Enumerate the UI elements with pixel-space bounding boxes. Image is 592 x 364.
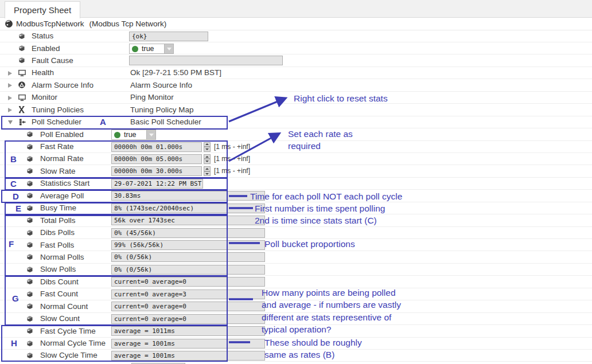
property-row-total-polls[interactable]: Total Polls56k over 1743sec [0, 214, 592, 226]
cube-icon [26, 351, 34, 362]
property-value-field[interactable] [129, 56, 283, 65]
property-row-fault-cause[interactable]: Fault Cause [0, 54, 592, 66]
property-row-statistics-start[interactable]: Statistics Start29-07-2021 12:22 PM BST [0, 178, 592, 190]
property-row-fast-polls[interactable]: Fast Polls99% (56k/56k) [0, 239, 592, 251]
property-row-tuning-policies[interactable]: Tuning PoliciesTuning Policy Map [0, 104, 592, 116]
cube-icon [26, 241, 34, 251]
property-label: Slow Cycle Time [40, 351, 98, 359]
property-row-slow-cycle-time[interactable]: Slow Cycle Timeaverage = 1001ms [0, 350, 592, 362]
property-label: Busy Time [40, 203, 76, 212]
property-row-dibs-polls[interactable]: Dibs Polls0% (45/56k) [0, 227, 592, 239]
cube-icon [26, 216, 34, 226]
property-label: Statistics Start [40, 179, 89, 187]
property-value-field[interactable]: 00000h 00m 30.000s [111, 166, 202, 176]
cube-icon [26, 179, 34, 190]
dropdown-selected-value: true [124, 131, 137, 139]
property-row-health[interactable]: HealthOk [29-7-21 5:50 PM BST] [0, 67, 592, 79]
expand-arrow-icon[interactable] [8, 71, 12, 76]
property-label: Fault Cause [32, 56, 73, 65]
property-row-fast-rate[interactable]: Fast Rate00000h 00m 01.000s[1 ms - +inf] [0, 141, 592, 153]
property-value-field[interactable]: 00000h 00m 05.000s [111, 154, 202, 164]
cube-icon [26, 229, 34, 239]
cube-icon [18, 56, 26, 66]
cube-icon [26, 290, 34, 300]
property-value-field[interactable]: 99% (56k/56k) [111, 240, 265, 250]
property-value-field[interactable]: 0% (0/56k) [111, 265, 265, 275]
property-row-enabled[interactable]: Enabledtrue [0, 42, 592, 54]
property-label: Fast Rate [40, 142, 74, 151]
property-label: Status [32, 32, 53, 40]
dropdown-arrow-button[interactable] [147, 130, 156, 140]
property-value-field[interactable]: 56k over 1743sec [111, 216, 265, 225]
dropdown-selected-value: true [142, 45, 154, 53]
network-globe-icon [5, 19, 13, 30]
property-row-alarm-source-info[interactable]: Alarm Source InfoAlarm Source Info [0, 79, 592, 91]
property-row-slow-rate[interactable]: Slow Rate00000h 00m 30.000s[1 ms - +inf] [0, 165, 592, 177]
property-label: Alarm Source Info [32, 81, 94, 89]
property-value-field[interactable]: average = 1001ms [111, 351, 265, 361]
property-value-field[interactable]: current=0 average=0 [111, 277, 265, 287]
property-value-field[interactable]: 30.83ms [111, 191, 265, 201]
property-sheet-screen: Property Sheet ModbusTcpNetwork (Modbus … [0, 0, 592, 364]
property-label: Enabled [32, 44, 60, 53]
property-value-field[interactable]: current=0 average=0 [111, 302, 265, 311]
property-row-slow-count[interactable]: Slow Countcurrent=0 average=0 [0, 313, 592, 325]
property-value-field[interactable]: {ok} [129, 32, 208, 41]
property-value-field[interactable]: 0% (45/56k) [111, 228, 265, 238]
property-row-partial[interactable] [0, 362, 592, 364]
property-label: Normal Count [40, 302, 88, 311]
tab-bar: Property Sheet [0, 0, 592, 18]
cube-icon [26, 315, 34, 325]
expand-arrow-icon[interactable] [8, 96, 12, 100]
property-row-poll-scheduler[interactable]: Poll SchedulerBasic Poll Scheduler [0, 116, 592, 128]
property-value-field[interactable]: 8% (1743sec/20040sec) [111, 203, 265, 213]
cube-icon [18, 32, 26, 42]
duration-spinner[interactable] [204, 166, 211, 176]
property-value-field[interactable]: 0% (0/56k) [111, 252, 265, 262]
expand-arrow-icon[interactable] [8, 83, 12, 88]
property-value-field[interactable]: current=0 average=0 [111, 314, 265, 324]
cube-icon [26, 277, 34, 288]
alarm-icon [18, 81, 26, 91]
property-row-normal-polls[interactable]: Normal Polls0% (0/56k) [0, 251, 592, 263]
property-row-fast-count[interactable]: Fast Countcurrent=0 average=3 [0, 288, 592, 300]
property-label: Poll Enabled [40, 130, 84, 139]
property-row-normal-count[interactable]: Normal Countcurrent=0 average=0 [0, 300, 592, 312]
duration-range-hint: [1 ms - +inf] [214, 167, 250, 175]
property-row-dibs-count[interactable]: Dibs Countcurrent=0 average=0 [0, 276, 592, 288]
property-label: Normal Cycle Time [40, 339, 106, 347]
cube-icon [26, 130, 34, 140]
property-label: Dibs Polls [40, 228, 75, 237]
property-value-field[interactable]: 29-07-2021 12:22 PM BST [111, 179, 203, 189]
boolean-dropdown[interactable]: true [129, 44, 174, 54]
property-value-field[interactable]: average = 1001ms [111, 339, 265, 349]
property-value-field[interactable]: current=0 average=3 [111, 289, 265, 299]
tab-property-sheet[interactable]: Property Sheet [5, 1, 80, 18]
true-status-dot [132, 46, 138, 52]
property-value-text: Alarm Source Info [130, 81, 192, 89]
cube-icon [26, 327, 34, 337]
component-header[interactable]: ModbusTcpNetwork (Modbus Tcp Network) [0, 18, 592, 30]
duration-spinner[interactable] [204, 154, 211, 164]
property-value-text: Tuning Policy Map [130, 105, 194, 114]
tuning-icon [18, 105, 25, 116]
property-row-slow-polls[interactable]: Slow Polls0% (0/56k) [0, 264, 592, 276]
property-row-status[interactable]: Status{ok} [0, 30, 592, 42]
property-row-poll-enabled[interactable]: Poll Enabledtrue [0, 128, 592, 140]
property-row-busy-time[interactable]: Busy Time8% (1743sec/20040sec) [0, 202, 592, 214]
property-value-field[interactable]: 00000h 00m 01.000s [111, 142, 202, 152]
property-row-monitor[interactable]: MonitorPing Monitor [0, 92, 592, 104]
property-row-average-poll[interactable]: Average Poll30.83ms [0, 190, 592, 202]
property-value-field[interactable]: average = 1011ms [111, 326, 265, 336]
monitor-icon [18, 69, 26, 79]
scheduler-icon [18, 118, 26, 128]
dropdown-arrow-button[interactable] [165, 44, 174, 54]
property-row-normal-cycle-time[interactable]: Normal Cycle Timeaverage = 1001ms [0, 338, 592, 350]
duration-spinner[interactable] [204, 142, 211, 152]
property-row-fast-cycle-time[interactable]: Fast Cycle Timeaverage = 1011ms [0, 325, 592, 337]
property-value-text: Ping Monitor [130, 93, 174, 101]
collapse-arrow-icon[interactable] [8, 120, 13, 124]
boolean-dropdown[interactable]: true [111, 130, 156, 140]
property-row-normal-rate[interactable]: Normal Rate00000h 00m 05.000s[1 ms - +in… [0, 153, 592, 165]
expand-arrow-icon[interactable] [8, 108, 12, 112]
